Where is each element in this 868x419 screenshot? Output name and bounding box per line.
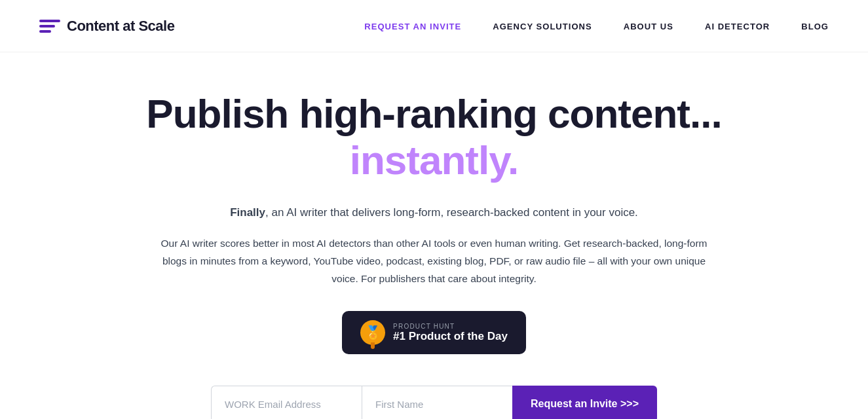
hero-title-accent: instantly. <box>350 136 519 185</box>
medal-icon: 🏅 <box>360 320 385 345</box>
hero-subtitle: Finally, an AI writer that delivers long… <box>230 204 638 221</box>
nav-item-agency[interactable]: AGENCY SOLUTIONS <box>493 20 592 32</box>
logo-icon <box>39 16 60 37</box>
navbar: Content at Scale REQUEST AN INVITE AGENC… <box>0 0 868 52</box>
first-name-input[interactable] <box>362 386 512 419</box>
product-hunt-text: PRODUCT HUNT #1 Product of the Day <box>393 323 508 343</box>
request-invite-button[interactable]: Request an Invite >>> <box>512 386 657 419</box>
nav-link-agency[interactable]: AGENCY SOLUTIONS <box>493 22 592 31</box>
nav-link-detector[interactable]: AI DETECTOR <box>705 22 770 31</box>
nav-item-detector[interactable]: AI DETECTOR <box>705 20 770 32</box>
nav-item-request[interactable]: REQUEST AN INVITE <box>364 20 461 32</box>
hero-title-main: Publish high-ranking content... <box>146 92 721 136</box>
ph-label: PRODUCT HUNT <box>393 323 508 330</box>
logo[interactable]: Content at Scale <box>39 16 174 37</box>
ph-title: #1 Product of the Day <box>393 330 508 343</box>
cta-form: Request an Invite >>> <box>211 386 657 419</box>
nav-link-about[interactable]: ABOUT US <box>624 22 673 31</box>
logo-text: Content at Scale <box>67 18 174 35</box>
hero-description: Our AI writer scores better in most AI d… <box>153 234 716 287</box>
email-input[interactable] <box>211 386 362 419</box>
nav-item-blog[interactable]: BLOG <box>801 20 829 32</box>
nav-link-request[interactable]: REQUEST AN INVITE <box>364 22 461 31</box>
nav-item-about[interactable]: ABOUT US <box>624 20 673 32</box>
nav-menu: REQUEST AN INVITE AGENCY SOLUTIONS ABOUT… <box>364 20 829 32</box>
product-hunt-badge[interactable]: 🏅 PRODUCT HUNT #1 Product of the Day <box>342 311 526 354</box>
nav-link-blog[interactable]: BLOG <box>801 22 829 31</box>
hero-section: Publish high-ranking content... instantl… <box>0 52 868 419</box>
